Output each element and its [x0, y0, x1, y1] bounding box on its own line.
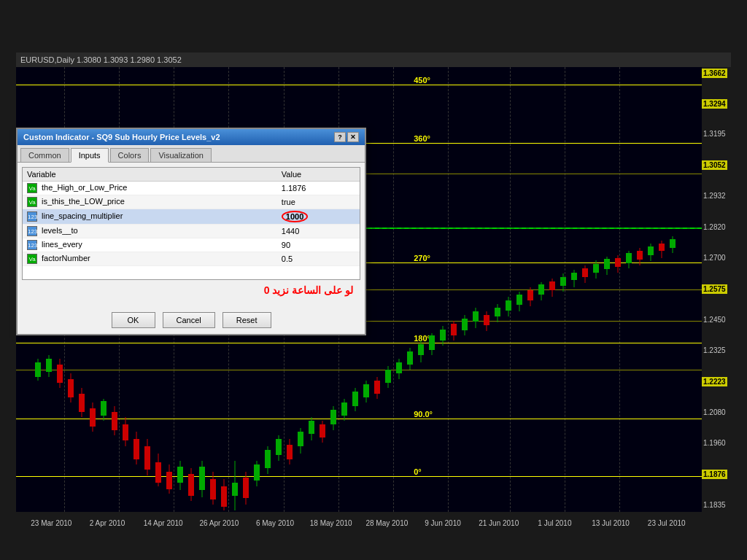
- svg-rect-25: [166, 472, 172, 489]
- highlighted-value: 1000: [282, 211, 308, 222]
- reset-button[interactable]: Reset: [222, 312, 271, 328]
- tab-colors[interactable]: Colors: [110, 148, 150, 162]
- svg-rect-113: [648, 246, 654, 255]
- tab-common[interactable]: Common: [20, 148, 69, 162]
- svg-rect-117: [670, 239, 676, 248]
- svg-rect-73: [429, 335, 435, 350]
- svg-rect-97: [560, 277, 566, 286]
- date-2: 2 Apr 2010: [80, 519, 136, 527]
- svg-rect-39: [243, 478, 249, 498]
- var-icon-6: Va: [27, 254, 37, 264]
- svg-rect-87: [506, 300, 511, 311]
- svg-rect-105: [604, 259, 610, 269]
- chart-title: EURUSD,Daily 1.3080 1.3093 1.2980 1.3052: [20, 55, 182, 64]
- svg-rect-91: [527, 290, 533, 300]
- table-row[interactable]: Va factorNumber 0.5: [23, 252, 360, 266]
- price-12: 1.2080: [702, 408, 726, 418]
- price-10: 1.2325: [702, 346, 726, 356]
- var-icon-5: 123: [27, 240, 37, 250]
- date-9: 21 Jun 2010: [471, 519, 527, 527]
- chart-header: EURUSD,Daily 1.3080 1.3093 1.2980 1.3052: [16, 52, 731, 67]
- price-15: 1.1835: [702, 500, 726, 510]
- help-button[interactable]: ?: [334, 132, 346, 142]
- table-row[interactable]: Va the_High_or_Low_Price 1.1876: [23, 182, 360, 195]
- date-axis: 23 Mar 2010 2 Apr 2010 14 Apr 2010 26 Ap…: [16, 512, 702, 534]
- col-value: Value: [277, 168, 360, 182]
- date-8: 9 Jun 2010: [415, 519, 471, 527]
- svg-rect-41: [254, 464, 260, 481]
- var-icon-4: 123: [27, 226, 37, 236]
- var-name-6: Va factorNumber: [23, 252, 277, 266]
- svg-rect-9: [79, 394, 85, 412]
- svg-rect-85: [495, 308, 500, 316]
- ok-button[interactable]: OK: [112, 312, 155, 328]
- svg-rect-33: [210, 479, 216, 499]
- tab-inputs[interactable]: Inputs: [71, 148, 109, 163]
- svg-rect-13: [101, 401, 107, 416]
- table-row[interactable]: 123 levels__to 1440: [23, 225, 360, 238]
- var-val-3: 1000: [277, 209, 360, 225]
- svg-rect-101: [582, 268, 588, 277]
- svg-rect-53: [320, 424, 325, 438]
- svg-rect-5: [57, 365, 63, 383]
- table-row-selected[interactable]: 123 line_spacing_multiplier 1000: [23, 209, 360, 225]
- svg-rect-55: [330, 410, 336, 424]
- date-12: 23 Jul 2010: [638, 519, 694, 527]
- table-row[interactable]: Va is_this_the_LOW_price true: [23, 195, 360, 209]
- annotation-area: لو على الساعة نزيد 0: [22, 284, 360, 306]
- dialog-title: Custom Indicator - SQ9 Sub Hourly Price …: [23, 133, 334, 141]
- close-button[interactable]: ✕: [347, 132, 359, 142]
- svg-rect-65: [385, 370, 391, 383]
- svg-rect-63: [374, 381, 380, 394]
- arabic-annotation: لو على الساعة نزيد 0: [264, 284, 353, 296]
- svg-rect-3: [46, 359, 52, 372]
- price-axis: 1.3662 1.3294 1.3195 1.3052 1.2932 1.282…: [702, 67, 732, 512]
- dialog-titlebar: Custom Indicator - SQ9 Sub Hourly Price …: [18, 129, 365, 145]
- svg-rect-115: [659, 244, 665, 251]
- date-10: 1 Jul 2010: [527, 519, 583, 527]
- table-row[interactable]: 123 lines_every 90: [23, 238, 360, 252]
- titlebar-buttons: ? ✕: [334, 132, 359, 142]
- date-5: 6 May 2010: [247, 519, 303, 527]
- svg-rect-29: [188, 474, 194, 496]
- svg-rect-79: [462, 319, 468, 330]
- svg-rect-81: [473, 311, 479, 322]
- price-2: 1.3294: [702, 99, 727, 109]
- price-1: 1.3662: [702, 69, 727, 78]
- var-val-2: true: [277, 195, 360, 209]
- svg-rect-109: [626, 253, 632, 263]
- var-name-5: 123 lines_every: [23, 238, 277, 252]
- svg-rect-19: [133, 439, 139, 459]
- cancel-button[interactable]: Cancel: [163, 312, 215, 328]
- var-val-4: 1440: [277, 225, 360, 238]
- svg-rect-83: [484, 315, 489, 325]
- price-9: 1.2450: [702, 315, 726, 325]
- date-6: 18 May 2010: [303, 519, 359, 527]
- svg-rect-75: [440, 330, 446, 341]
- svg-rect-43: [265, 450, 271, 468]
- date-1: 23 Mar 2010: [23, 519, 80, 527]
- tab-visualization[interactable]: Visualization: [150, 148, 212, 162]
- var-val-1: 1.1876: [277, 182, 360, 195]
- price-4: 1.3052: [702, 160, 727, 170]
- svg-rect-71: [418, 344, 424, 355]
- svg-rect-51: [309, 421, 314, 434]
- svg-rect-45: [276, 439, 282, 455]
- var-val-5: 90: [277, 238, 360, 252]
- svg-rect-103: [593, 264, 599, 273]
- svg-rect-107: [615, 258, 621, 267]
- date-11: 13 Jul 2010: [583, 519, 639, 527]
- svg-rect-35: [221, 486, 227, 507]
- variables-table[interactable]: Variable Value Va the_High_or_Low_Price …: [22, 167, 360, 280]
- svg-rect-67: [396, 362, 402, 373]
- svg-rect-15: [112, 412, 117, 430]
- var-name-1: Va the_High_or_Low_Price: [23, 182, 277, 195]
- svg-rect-95: [549, 281, 555, 290]
- svg-rect-59: [352, 392, 358, 406]
- date-7: 28 May 2010: [359, 519, 415, 527]
- var-icon-3: 123: [27, 211, 37, 222]
- price-11: 1.2223: [702, 377, 727, 386]
- svg-rect-17: [123, 424, 128, 440]
- price-3: 1.3195: [702, 129, 726, 139]
- svg-rect-27: [177, 467, 183, 483]
